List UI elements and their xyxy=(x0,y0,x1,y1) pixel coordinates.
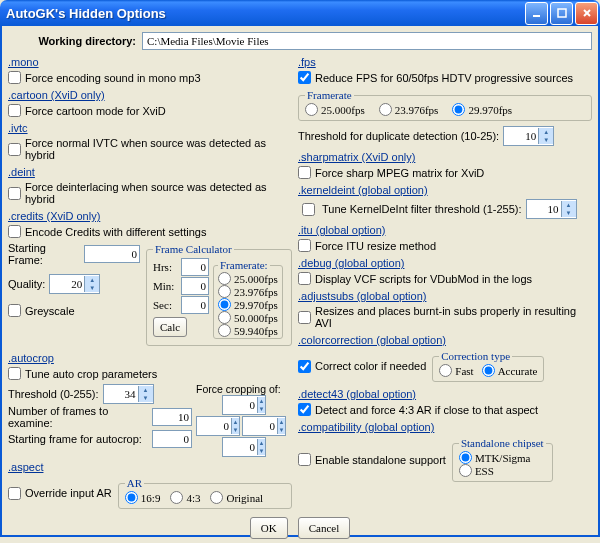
ar-43[interactable] xyxy=(170,491,183,504)
adjustsubs-label: Resizes and places burnt-in subs properl… xyxy=(315,305,592,329)
hrs-input[interactable] xyxy=(181,258,209,276)
fps-checkbox[interactable] xyxy=(298,71,311,84)
fc-fr-25[interactable] xyxy=(218,272,231,285)
cc-label: Correct color if needed xyxy=(315,360,426,372)
section-deint: .deint xyxy=(8,166,292,178)
frame-calc-legend: Frame Calculator xyxy=(153,243,234,255)
min-input[interactable] xyxy=(181,277,209,295)
deint-label: Force deinterlacing when source was dete… xyxy=(25,181,292,205)
chipset-ess[interactable] xyxy=(459,464,472,477)
fps-25[interactable] xyxy=(305,103,318,116)
section-compatibility: .compatibility (global option) xyxy=(298,421,592,433)
close-button[interactable] xyxy=(575,2,598,25)
autocrop-checkbox[interactable] xyxy=(8,367,21,380)
window-title: AutoGK's Hidden Options xyxy=(6,6,523,21)
section-fps: .fps xyxy=(298,56,592,68)
svg-rect-0 xyxy=(533,15,540,17)
fc-fr-29[interactable] xyxy=(218,298,231,311)
sec-label: Sec: xyxy=(153,299,177,311)
sec-input[interactable] xyxy=(181,296,209,314)
fps-29[interactable] xyxy=(452,103,465,116)
crop-bottom-spinner[interactable]: ▲▼ xyxy=(222,437,266,457)
credits-checkbox[interactable] xyxy=(8,225,21,238)
ivtc-checkbox[interactable] xyxy=(8,143,21,156)
titlebar: AutoGK's Hidden Options xyxy=(0,0,600,26)
cartoon-label: Force cartoon mode for XviD xyxy=(25,105,166,117)
section-adjustsubs: .adjustsubs (global option) xyxy=(298,290,592,302)
crop-left-spinner[interactable]: ▲▼ xyxy=(196,416,240,436)
fps-label: Reduce FPS for 60/50fps HDTV progressive… xyxy=(315,72,573,84)
section-ivtc: .ivtc xyxy=(8,122,292,134)
greyscale-checkbox[interactable] xyxy=(8,304,21,317)
maximize-button[interactable] xyxy=(550,2,573,25)
aspect-label: Override input AR xyxy=(25,487,112,499)
ac-startframe-input[interactable] xyxy=(152,430,192,448)
numframes-label: Number of frames to examine: xyxy=(8,405,148,429)
fc-framerate-legend: Framerate: xyxy=(218,259,270,271)
threshold-spinner[interactable]: ▲▼ xyxy=(103,384,154,404)
kdeint-spinner[interactable]: ▲▼ xyxy=(526,199,577,219)
sharp-checkbox[interactable] xyxy=(298,166,311,179)
ar-orig[interactable] xyxy=(210,491,223,504)
cc-fast[interactable] xyxy=(439,364,452,377)
deint-checkbox[interactable] xyxy=(8,187,21,200)
minimize-button[interactable] xyxy=(525,2,548,25)
kdeint-label: Tune KernelDeInt filter threshold (1-255… xyxy=(322,203,522,215)
fc-fr-59[interactable] xyxy=(218,324,231,337)
section-cartoon: .cartoon (XviD only) xyxy=(8,89,292,101)
cc-legend: Correction type xyxy=(439,350,512,362)
section-itu: .itu (global option) xyxy=(298,224,592,236)
quality-label: Quality: xyxy=(8,278,45,290)
quality-spinner[interactable]: ▲▼ xyxy=(49,274,100,294)
crop-right-spinner[interactable]: ▲▼ xyxy=(242,416,286,436)
greyscale-label: Greyscale xyxy=(25,305,75,317)
cancel-button[interactable]: Cancel xyxy=(298,517,351,539)
force-crop-label: Force cropping of: xyxy=(196,383,292,395)
compat-checkbox[interactable] xyxy=(298,453,311,466)
itu-label: Force ITU resize method xyxy=(315,240,436,252)
numframes-input[interactable] xyxy=(152,408,192,426)
fps-23[interactable] xyxy=(379,103,392,116)
working-directory-input[interactable] xyxy=(142,32,592,50)
fc-fr-23[interactable] xyxy=(218,285,231,298)
autocrop-label: Tune auto crop parameters xyxy=(25,368,157,380)
mono-checkbox[interactable] xyxy=(8,71,21,84)
section-sharp: .sharpmatrix (XviD only) xyxy=(298,151,592,163)
kdeint-checkbox[interactable] xyxy=(302,203,315,216)
ok-button[interactable]: OK xyxy=(250,517,288,539)
debug-label: Display VCF scripts for VDubMod in the l… xyxy=(315,273,532,285)
ivtc-label: Force normal IVTC when source was detect… xyxy=(25,137,292,161)
cc-checkbox[interactable] xyxy=(298,360,311,373)
detect43-label: Detect and force 4:3 AR if close to that… xyxy=(315,404,538,416)
working-directory-label: Working directory: xyxy=(8,35,136,47)
ar-169[interactable] xyxy=(125,491,138,504)
chipset-mtk[interactable] xyxy=(459,451,472,464)
starting-frame-label: Starting Frame: xyxy=(8,242,80,266)
dup-threshold-label: Threshold for duplicate detection (10-25… xyxy=(298,130,499,142)
svg-rect-1 xyxy=(558,9,566,17)
adjustsubs-checkbox[interactable] xyxy=(298,311,311,324)
fc-fr-50[interactable] xyxy=(218,311,231,324)
detect43-checkbox[interactable] xyxy=(298,403,311,416)
cartoon-checkbox[interactable] xyxy=(8,104,21,117)
ac-startframe-label: Starting frame for autocrop: xyxy=(8,433,148,445)
itu-checkbox[interactable] xyxy=(298,239,311,252)
section-aspect: .aspect xyxy=(8,461,292,473)
debug-checkbox[interactable] xyxy=(298,272,311,285)
section-autocrop: .autocrop xyxy=(8,352,292,364)
hrs-label: Hrs: xyxy=(153,261,177,273)
starting-frame-input[interactable] xyxy=(84,245,140,263)
crop-top-spinner[interactable]: ▲▼ xyxy=(222,395,266,415)
credits-label: Encode Credits with different settings xyxy=(25,226,206,238)
section-credits: .credits (XviD only) xyxy=(8,210,292,222)
section-colorcorrection: .colorcorrection (global option) xyxy=(298,334,592,346)
calc-button[interactable]: Calc xyxy=(153,317,187,337)
compat-label: Enable standalone support xyxy=(315,454,446,466)
mono-label: Force encoding sound in mono mp3 xyxy=(25,72,201,84)
aspect-checkbox[interactable] xyxy=(8,487,21,500)
dup-threshold-spinner[interactable]: ▲▼ xyxy=(503,126,554,146)
section-mono: .mono xyxy=(8,56,292,68)
section-debug: .debug (global option) xyxy=(298,257,592,269)
section-detect43: .detect43 (global option) xyxy=(298,388,592,400)
cc-accurate[interactable] xyxy=(482,364,495,377)
